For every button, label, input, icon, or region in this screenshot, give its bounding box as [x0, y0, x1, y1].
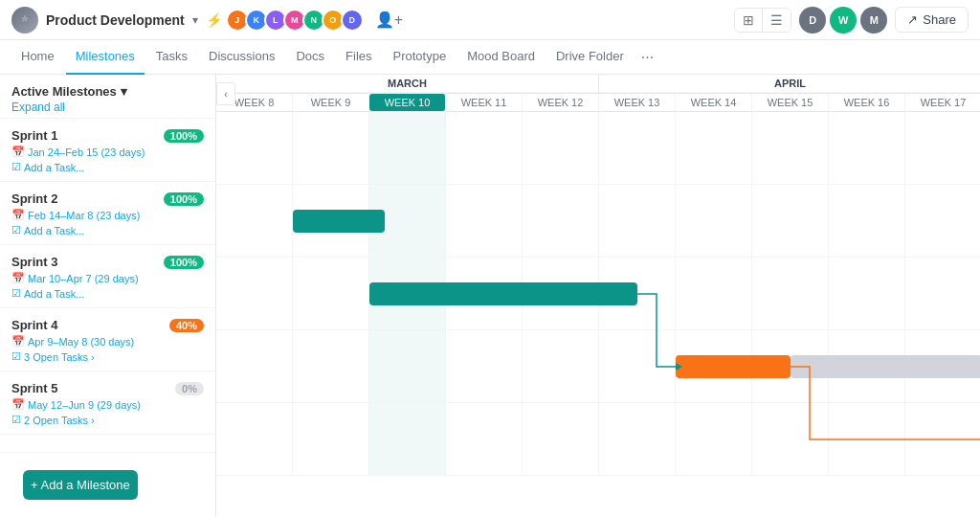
cal-icon: 📅	[11, 146, 25, 158]
gantt-cell-bg	[752, 403, 829, 475]
gantt-cell-bg	[446, 403, 523, 475]
tab-files[interactable]: Files	[336, 40, 381, 75]
tab-discussions[interactable]: Discussions	[199, 40, 284, 75]
tab-drivefolder[interactable]: Drive Folder	[546, 40, 634, 75]
week-cell: WEEK 9	[293, 94, 369, 111]
tab-milestones[interactable]: Milestones	[66, 40, 145, 75]
milestone-date: 📅 Apr 9–May 8 (30 days)	[11, 335, 204, 348]
gantt-cell-bg	[599, 330, 676, 402]
gantt-area: ‹ MARCHAPRILMAY WEEK 8WEEK 9WEEK 10WEEK …	[216, 75, 980, 517]
share-button[interactable]: ↗ Share	[895, 7, 969, 33]
milestone-date: 📅 Feb 14–Mar 8 (23 days)	[11, 209, 204, 221]
tab-tasks[interactable]: Tasks	[146, 40, 197, 75]
header-left: Product Development ▾ ⚡ J K L M N O D 👤+	[11, 7, 403, 34]
gantt-cell-bg	[829, 185, 905, 257]
gantt-cell-bg	[446, 330, 523, 402]
gantt-month-group: MARCH	[216, 75, 599, 93]
milestone-name: Sprint 3	[11, 255, 57, 269]
avatars-group: J K L M N O D	[230, 9, 364, 32]
milestone-tasks[interactable]: ☑ Add a Task...	[11, 287, 204, 300]
gantt-cell-bg	[523, 403, 599, 475]
add-milestone-button[interactable]: + Add a Milestone	[23, 470, 138, 500]
table-row	[216, 112, 980, 185]
milestone-tasks[interactable]: ☑ 2 Open Tasks ›	[11, 414, 204, 426]
lightning-icon: ⚡	[206, 12, 222, 28]
gantt-cell-bg	[369, 403, 446, 475]
gantt-cell-bg	[523, 185, 599, 257]
milestone-badge: 40%	[169, 319, 204, 332]
gantt-cell-bg	[905, 258, 980, 329]
tab-docs[interactable]: Docs	[286, 40, 334, 75]
gantt-cell-bg	[905, 112, 980, 184]
gantt-cell-bg	[216, 403, 293, 475]
gantt-cell-bg	[599, 112, 676, 184]
list-item: Sprint 1 100% 📅 Jan 24–Feb 15 (23 days) …	[0, 119, 215, 182]
chevron-down-icon[interactable]: ▾	[192, 13, 198, 27]
milestone-tasks[interactable]: ☑ Add a Task...	[11, 224, 204, 236]
user-initials: D W M	[799, 7, 887, 34]
gantt-months-row: MARCHAPRILMAY	[216, 75, 980, 94]
gantt-cell-bg	[676, 403, 752, 475]
week-cell: WEEK 17	[905, 94, 980, 111]
month-label: MARCH	[216, 75, 598, 93]
week-cell: WEEK 13	[599, 94, 676, 111]
tab-home[interactable]: Home	[11, 40, 64, 75]
gantt-cell-bg	[216, 258, 293, 329]
project-logo	[11, 7, 38, 34]
table-row	[216, 330, 980, 403]
gantt-bar	[369, 282, 637, 305]
gantt-weeks-row: WEEK 8WEEK 9WEEK 10WEEK 11WEEK 12WEEK 13…	[216, 94, 980, 112]
milestone-date: 📅 May 12–Jun 9 (29 days)	[11, 398, 204, 411]
user-m-badge[interactable]: M	[860, 7, 887, 34]
week-cell: WEEK 16	[829, 94, 905, 111]
gantt-body	[216, 112, 980, 476]
gantt-cell-bg	[752, 185, 829, 257]
gantt-cell-bg	[523, 330, 599, 402]
cal-icon: 📅	[11, 209, 25, 221]
milestone-name: Sprint 1	[11, 128, 57, 143]
gantt-cell-bg	[599, 185, 676, 257]
top-header: Product Development ▾ ⚡ J K L M N O D 👤+…	[0, 0, 980, 40]
table-row	[216, 403, 980, 476]
list-item: Sprint 5 0% 📅 May 12–Jun 9 (29 days) ☑ 2…	[0, 371, 215, 435]
gantt-cell-bg	[752, 258, 829, 329]
milestone-name: Sprint 2	[11, 191, 57, 206]
gantt-cell-bg	[446, 185, 523, 257]
gantt-cell-bg	[369, 112, 446, 184]
cal-icon: 📅	[11, 272, 25, 284]
milestone-tasks[interactable]: ☑ Add a Task...	[11, 161, 204, 173]
more-menu-button[interactable]: ···	[635, 49, 659, 66]
task-icon: ☑	[11, 414, 21, 426]
tab-prototype[interactable]: Prototype	[384, 40, 457, 75]
milestone-badge: 100%	[164, 192, 204, 206]
tab-moodboard[interactable]: Mood Board	[457, 40, 545, 75]
task-icon: ☑	[11, 161, 21, 173]
gantt-cell-bg	[293, 330, 369, 402]
collapse-toggle[interactable]: ‹	[216, 82, 235, 105]
user-d-badge[interactable]: D	[799, 7, 826, 34]
main-layout: Active Milestones ▾ Expand all Sprint 1 …	[0, 75, 980, 517]
left-header: Active Milestones ▾ Expand all	[0, 75, 215, 119]
active-milestones-label: Active Milestones	[11, 84, 117, 99]
list-view-button[interactable]: ☰	[763, 9, 791, 32]
week-cell: WEEK 12	[523, 94, 599, 111]
gantt-cell-bg	[216, 112, 293, 184]
project-title: Product Development	[46, 12, 185, 28]
gantt-bar-extra	[791, 355, 980, 378]
milestone-tasks[interactable]: ☑ 3 Open Tasks ›	[11, 350, 204, 363]
list-item: Sprint 2 100% 📅 Feb 14–Mar 8 (23 days) ☑…	[0, 182, 215, 245]
milestone-badge: 0%	[175, 382, 204, 395]
gantt-cell-bg	[599, 403, 676, 475]
gantt-row-bg	[216, 112, 980, 184]
gantt-cell-bg	[905, 185, 980, 257]
gantt-cell-bg	[676, 258, 752, 329]
user-w-badge[interactable]: W	[830, 7, 857, 34]
gantt-scroll[interactable]: MARCHAPRILMAY WEEK 8WEEK 9WEEK 10WEEK 11…	[216, 75, 980, 517]
add-user-button[interactable]: 👤+	[375, 11, 403, 29]
grid-view-button[interactable]: ⊞	[735, 9, 763, 32]
avatar-d: D	[341, 9, 364, 32]
gantt-cell-bg	[752, 112, 829, 184]
expand-all-link[interactable]: Expand all	[11, 101, 204, 114]
week-cell: WEEK 15	[752, 94, 829, 111]
gantt-cell-bg	[676, 185, 752, 257]
